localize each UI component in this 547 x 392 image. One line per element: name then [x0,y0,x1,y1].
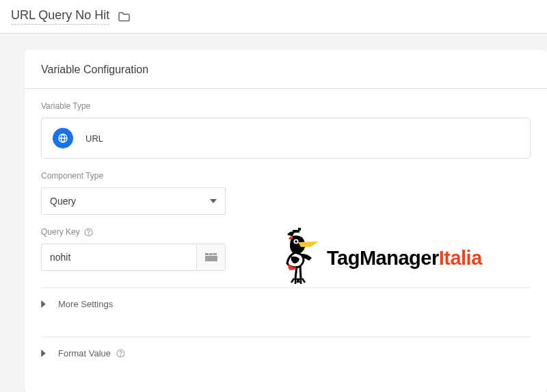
bird-logo-icon [278,226,327,289]
logo-watermark: TagManagerItalia [278,226,482,289]
variable-type-label: Variable Type [41,101,531,111]
variable-type-value: URL [85,133,103,144]
help-icon[interactable] [116,349,125,358]
logo-text-part1: TagManager [327,247,439,269]
svg-rect-3 [205,253,209,255]
svg-point-12 [295,240,297,243]
svg-rect-5 [213,253,217,255]
brick-icon [205,253,217,261]
component-type-label: Component Type [41,171,226,181]
query-key-input[interactable]: nohit [41,244,197,271]
format-value-toggle[interactable]: Format Value [25,337,547,369]
query-key-section: Query Key nohit [41,227,226,271]
variable-type-section: Variable Type URL [25,89,547,159]
svg-rect-10 [298,228,301,231]
more-settings-toggle[interactable]: More Settings [25,288,547,320]
logo-text-part2: Italia [439,247,482,269]
variable-type-selector[interactable]: URL [41,118,531,159]
component-type-value: Query [50,196,76,207]
svg-point-8 [120,355,121,356]
globe-icon [53,128,73,148]
variable-config-card: Variable Configuration Variable Type URL… [25,50,547,392]
logo-text: TagManagerItalia [327,247,482,270]
chevron-down-icon [210,199,217,203]
page-header: URL Query No Hit [0,0,547,34]
variable-picker-button[interactable] [197,244,226,271]
component-type-select[interactable]: Query [41,187,226,215]
card-title: Variable Configuration [25,50,547,89]
chevron-right-icon [41,300,46,308]
svg-point-2 [88,234,89,235]
component-type-section: Component Type Query [41,171,226,215]
query-key-value: nohit [50,252,70,263]
more-settings-label: More Settings [58,299,113,309]
chevron-right-icon [41,350,46,357]
page-body: Variable Configuration Variable Type URL… [0,34,547,392]
svg-rect-6 [205,256,217,261]
query-key-label: Query Key [41,227,226,237]
page-title[interactable]: URL Query No Hit [11,8,109,25]
format-value-label: Format Value [58,348,111,358]
query-key-label-text: Query Key [41,227,80,237]
help-icon[interactable] [84,228,93,237]
folder-icon[interactable] [118,12,131,22]
svg-rect-4 [209,253,213,255]
